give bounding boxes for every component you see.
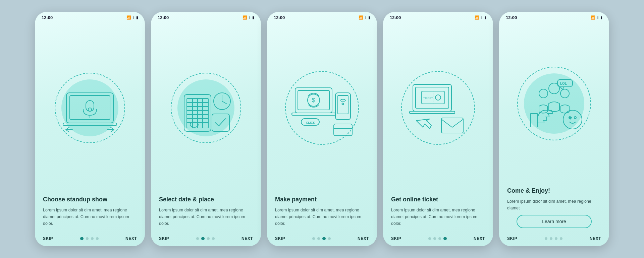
- svg-point-50: [574, 117, 576, 119]
- status-icons-2: 📶 ⦀ ▮: [243, 15, 254, 20]
- svg-rect-36: [410, 111, 455, 114]
- screen-5: 12:00 📶 ⦀ ▮ LOL: [499, 12, 609, 246]
- next-btn-2[interactable]: NEXT: [241, 236, 253, 241]
- content-3: Make payment Lorem ipsum dolor sit dim a…: [267, 191, 377, 234]
- skip-btn-4[interactable]: SKIP: [391, 236, 401, 241]
- time-2: 12:00: [158, 15, 169, 20]
- skip-btn-2[interactable]: SKIP: [159, 236, 169, 241]
- dot-1-1: [86, 237, 89, 240]
- skip-btn-5[interactable]: SKIP: [507, 236, 517, 241]
- dot-5-3: [560, 237, 562, 240]
- signal-icon-2: ⦀: [249, 15, 251, 20]
- dot-1-2: [91, 237, 94, 240]
- dot-3-0: [312, 237, 315, 240]
- dots-1: [80, 237, 99, 240]
- wifi-icon: 📶: [126, 15, 131, 20]
- screen-desc-2: Lorem ipsum dolor sit dim amet, mea regi…: [159, 207, 253, 227]
- dot-4-1: [433, 237, 436, 240]
- nav-4: SKIP NEXT: [383, 234, 493, 246]
- learn-more-button[interactable]: Learn more: [517, 215, 592, 228]
- battery-icon-3: ▮: [368, 15, 370, 20]
- battery-icon-4: ▮: [484, 15, 486, 20]
- skip-btn-1[interactable]: SKIP: [43, 236, 53, 241]
- dot-2-3: [212, 237, 215, 240]
- time-5: 12:00: [506, 15, 517, 20]
- status-bar-5: 12:00 📶 ⦀ ▮: [499, 12, 609, 21]
- time-4: 12:00: [390, 15, 401, 20]
- date-illustration: [172, 74, 239, 141]
- next-btn-1[interactable]: NEXT: [125, 236, 137, 241]
- illustration-4: TICKET: [383, 21, 493, 191]
- illustration-2: [151, 21, 261, 191]
- signal-icon-3: ⦀: [365, 15, 367, 20]
- screen-4: 12:00 📶 ⦀ ▮ TICKET: [383, 12, 493, 246]
- content-2: Select date & place Lorem ipsum dolor si…: [151, 191, 261, 234]
- screen-title-3: Make payment: [275, 196, 369, 203]
- nav-5: SKIP NEXT: [499, 234, 609, 246]
- screen-title-4: Get online ticket: [391, 196, 485, 203]
- dots-5: [545, 237, 562, 240]
- status-icons-1: 📶 ⦀ ▮: [126, 15, 138, 20]
- battery-icon: ▮: [136, 15, 138, 20]
- screen-1: 12:00 📶 ⦀ ▮: [35, 12, 145, 246]
- dots-4: [428, 237, 447, 240]
- svg-point-43: [539, 89, 548, 98]
- standup-illustration: [56, 74, 123, 141]
- screen-title-2: Select date & place: [159, 196, 253, 203]
- nav-2: SKIP NEXT: [151, 234, 261, 246]
- enjoy-illustration: LOL: [521, 70, 588, 137]
- svg-rect-3: [86, 101, 94, 111]
- svg-rect-2: [63, 123, 117, 126]
- svg-point-48: [563, 110, 582, 129]
- screen-title-1: Choose standup show: [43, 196, 137, 203]
- skip-btn-3[interactable]: SKIP: [275, 236, 285, 241]
- dots-3: [312, 237, 331, 240]
- status-bar-3: 12:00 📶 ⦀ ▮: [267, 12, 377, 21]
- nav-1: SKIP NEXT: [35, 234, 145, 246]
- screen-desc-5: Lorem ipsum dolor sit dim amet, mea regi…: [507, 198, 601, 211]
- screen-3: 12:00 📶 ⦀ ▮ $: [267, 12, 377, 246]
- wifi-icon-4: 📶: [475, 15, 479, 20]
- next-btn-5[interactable]: NEXT: [590, 236, 601, 241]
- content-5: Come & Enjoy! Lorem ipsum dolor sit dim …: [499, 182, 609, 234]
- next-btn-3[interactable]: NEXT: [358, 236, 369, 241]
- dot-3-3: [328, 237, 331, 240]
- screen-desc-4: Lorem ipsum dolor sit dim amet, mea regi…: [391, 207, 485, 227]
- signal-icon: ⦀: [133, 15, 135, 20]
- svg-point-5: [88, 108, 92, 111]
- status-icons-5: 📶 ⦀ ▮: [591, 15, 602, 20]
- svg-point-29: [342, 103, 344, 105]
- dot-1-3: [96, 237, 99, 240]
- dot-5-2: [555, 237, 557, 240]
- dot-4-0: [428, 237, 431, 240]
- svg-text:$: $: [312, 97, 315, 104]
- screen-2: 12:00 📶 ⦀ ▮: [151, 12, 261, 246]
- dot-3-2: [322, 237, 326, 240]
- wifi-icon-3: 📶: [359, 15, 363, 20]
- signal-icon-5: ⦀: [597, 15, 599, 20]
- illustration-5: LOL: [499, 21, 609, 182]
- wifi-icon-2: 📶: [243, 15, 247, 20]
- content-4: Get online ticket Lorem ipsum dolor sit …: [383, 191, 493, 234]
- dot-2-0: [196, 237, 199, 240]
- dot-3-1: [317, 237, 320, 240]
- signal-icon-4: ⦀: [481, 15, 483, 20]
- illustration-1: [35, 21, 145, 191]
- status-bar-2: 12:00 📶 ⦀ ▮: [151, 12, 261, 21]
- nav-3: SKIP NEXT: [267, 234, 377, 246]
- svg-text:CLICK: CLICK: [306, 121, 315, 124]
- screen-desc-1: Lorem ipsum dolor sit dim amet, mea regi…: [43, 207, 137, 227]
- next-btn-4[interactable]: NEXT: [474, 236, 485, 241]
- dot-2-1: [201, 237, 205, 240]
- svg-point-44: [560, 89, 569, 98]
- svg-point-40: [435, 95, 441, 100]
- ticket-illustration: TICKET: [405, 74, 472, 141]
- status-bar-1: 12:00 📶 ⦀ ▮: [35, 12, 145, 21]
- battery-icon-5: ▮: [600, 15, 602, 20]
- svg-rect-21: [212, 114, 229, 131]
- status-icons-4: 📶 ⦀ ▮: [475, 15, 486, 20]
- status-icons-3: 📶 ⦀ ▮: [359, 15, 370, 20]
- dot-5-1: [550, 237, 552, 240]
- dot-4-2: [438, 237, 441, 240]
- dot-5-0: [545, 237, 547, 240]
